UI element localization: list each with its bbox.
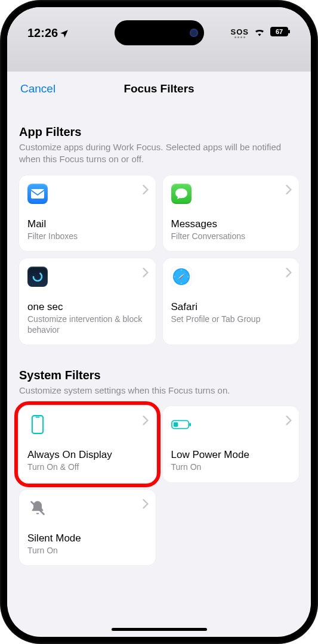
nav-bar: Cancel Focus Filters [7,72,311,103]
system-filters-title: System Filters [19,369,299,382]
battery-icon: 67 [270,27,291,39]
tile-sub: Filter Inboxes [27,231,147,242]
tile-sub: Customize intervention & block behavior [27,314,147,335]
svg-text:67: 67 [276,28,283,35]
svg-point-4 [32,271,43,282]
svg-point-6 [174,270,188,284]
battery-low-icon [171,414,192,435]
chevron-right-icon [143,499,149,511]
tile-title: Always On Display [27,449,147,461]
tile-title: Silent Mode [27,532,147,544]
tile-sub: Filter Conversations [171,231,291,242]
filter-tile-mail[interactable]: Mail Filter Inboxes [19,175,156,252]
svg-rect-8 [36,417,40,418]
chevron-right-icon [143,268,149,280]
chevron-right-icon [286,185,292,197]
filter-tile-always-on-display[interactable]: Always On Display Turn On & Off [19,406,156,482]
cancel-button[interactable]: Cancel [20,82,55,95]
location-icon [59,28,69,38]
dynamic-island [115,20,204,45]
bell-slash-icon [27,498,48,518]
tile-sub: Turn On & Off [27,462,147,473]
svg-rect-7 [32,416,43,434]
chevron-right-icon [286,416,292,428]
home-indicator[interactable] [112,628,207,631]
app-filters-subtitle: Customize apps during Work Focus. Select… [19,141,299,166]
phone-icon [27,414,48,435]
status-time: 12:26 [27,26,58,40]
tile-sub: Set Profile or Tab Group [171,314,291,325]
tile-title: one sec [27,301,147,313]
filter-tile-low-power[interactable]: Low Power Mode Turn On [163,406,300,482]
onesec-icon [27,267,48,287]
system-filters-subtitle: Customize system settings when this Focu… [19,385,299,397]
mail-icon [27,184,48,204]
messages-icon [171,184,192,204]
tile-title: Low Power Mode [171,449,291,461]
wifi-icon [254,27,265,39]
status-bar: 12:26 SOS [7,7,311,72]
tile-title: Messages [171,218,291,230]
filter-tile-messages[interactable]: Messages Filter Conversations [163,175,300,252]
tile-sub: Turn On [27,546,147,556]
safari-icon [171,267,192,287]
svg-rect-1 [288,30,290,33]
app-filters-title: App Filters [19,125,299,139]
filter-tile-silent-mode[interactable]: Silent Mode Turn On [19,490,156,566]
svg-rect-10 [189,423,191,426]
filter-tile-onesec[interactable]: one sec Customize intervention & block b… [19,258,156,345]
filter-tile-safari[interactable]: Safari Set Profile or Tab Group [163,258,300,345]
tile-title: Mail [27,218,147,230]
chevron-right-icon [143,416,149,428]
phone-frame: 12:26 SOS [0,0,318,644]
sos-indicator: SOS [231,28,249,38]
tile-title: Safari [171,301,291,313]
screen: 12:26 SOS [7,7,311,637]
tile-sub: Turn On [171,462,291,473]
svg-rect-3 [31,189,44,199]
chevron-right-icon [286,268,292,280]
svg-rect-11 [173,422,178,427]
chevron-right-icon [143,185,149,197]
